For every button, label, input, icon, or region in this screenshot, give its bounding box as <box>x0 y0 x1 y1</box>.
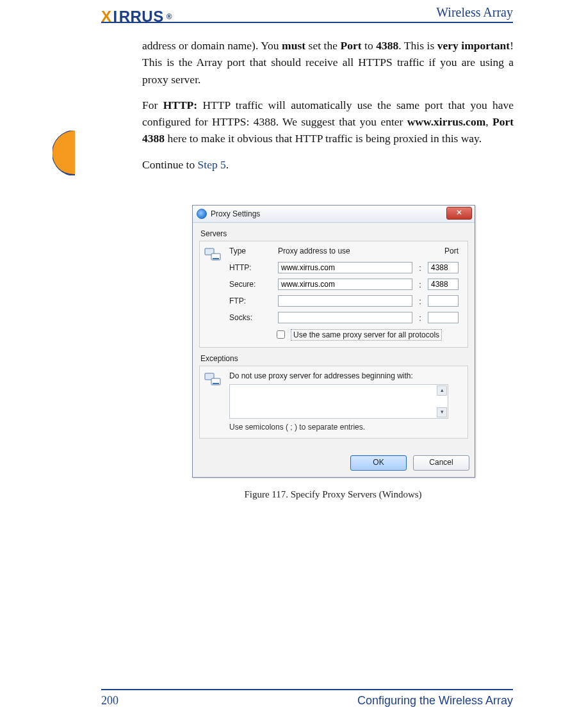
http-address-input[interactable] <box>278 262 412 273</box>
figure-proxy-dialog: Proxy Settings ✕ Servers Type Proxy addr… <box>192 205 474 500</box>
body-text: address or domain name). You must set th… <box>142 37 514 182</box>
scroll-up-icon[interactable]: ▴ <box>437 385 447 396</box>
footer-section-title: Configuring the Wireless Array <box>357 694 513 708</box>
exceptions-group: Do not use proxy server for addresses be… <box>199 366 468 439</box>
network-icon <box>204 247 222 264</box>
cancel-button[interactable]: Cancel <box>413 455 469 471</box>
paragraph-3: Continue to Step 5. <box>142 156 514 173</box>
registered-mark: ® <box>167 12 172 21</box>
header-doc-title: Wireless Array <box>436 5 513 20</box>
servers-group-label: Servers <box>200 229 468 238</box>
step-5-link[interactable]: Step 5 <box>198 158 226 171</box>
secure-address-input[interactable] <box>278 279 412 290</box>
dialog-titlebar: Proxy Settings ✕ <box>193 206 475 223</box>
svg-rect-5 <box>213 383 219 384</box>
svg-rect-2 <box>213 258 219 259</box>
exceptions-textarea[interactable]: ▴ ▾ <box>229 384 448 419</box>
header-rule <box>101 22 513 23</box>
dialog-title: Proxy Settings <box>211 209 260 218</box>
same-proxy-label: Use the same proxy server for all protoc… <box>291 329 442 341</box>
proxy-row-socks: Socks: : <box>229 312 462 323</box>
page-number: 200 <box>101 694 118 708</box>
ftp-address-input[interactable] <box>278 295 412 307</box>
network-icon <box>204 371 222 389</box>
dialog-button-row: OK Cancel <box>193 451 475 477</box>
col-type: Type <box>229 247 274 255</box>
close-button[interactable]: ✕ <box>446 207 472 220</box>
ftp-label: FTP: <box>229 296 274 305</box>
socks-port-input[interactable] <box>428 312 459 323</box>
servers-group: Type Proxy address to use Port HTTP: : S… <box>199 241 468 348</box>
scroll-down-icon[interactable]: ▾ <box>437 407 447 417</box>
http-port-input[interactable] <box>428 262 459 273</box>
socks-address-input[interactable] <box>278 312 412 323</box>
proxy-row-secure: Secure: : <box>229 279 462 290</box>
same-proxy-row: Use the same proxy server for all protoc… <box>274 328 462 341</box>
secure-label: Secure: <box>229 280 274 289</box>
paragraph-2: For HTTP: HTTP traffic will automaticall… <box>142 97 514 147</box>
ftp-port-input[interactable] <box>428 295 459 307</box>
proxy-row-ftp: FTP: : <box>229 295 462 307</box>
globe-icon <box>197 209 207 219</box>
figure-caption: Figure 117. Specify Proxy Servers (Windo… <box>192 489 474 500</box>
proxy-row-http: HTTP: : <box>229 262 462 273</box>
proxy-header-row: Type Proxy address to use Port <box>229 247 462 255</box>
proxy-settings-dialog: Proxy Settings ✕ Servers Type Proxy addr… <box>192 205 475 478</box>
colon: : <box>416 263 424 273</box>
exceptions-group-label: Exceptions <box>200 354 468 363</box>
ok-button[interactable]: OK <box>350 455 407 471</box>
socks-label: Socks: <box>229 313 274 322</box>
http-label: HTTP: <box>229 263 274 272</box>
col-address: Proxy address to use <box>278 247 412 255</box>
secure-port-input[interactable] <box>428 279 459 290</box>
col-port: Port <box>428 247 459 255</box>
exceptions-label: Do not use proxy server for addresses be… <box>229 371 462 380</box>
same-proxy-checkbox[interactable] <box>277 330 285 339</box>
paragraph-1: address or domain name). You must set th… <box>142 37 514 88</box>
exceptions-hint: Use semicolons ( ; ) to separate entries… <box>229 423 462 432</box>
section-tab-icon <box>53 131 97 175</box>
footer-rule <box>101 689 513 690</box>
